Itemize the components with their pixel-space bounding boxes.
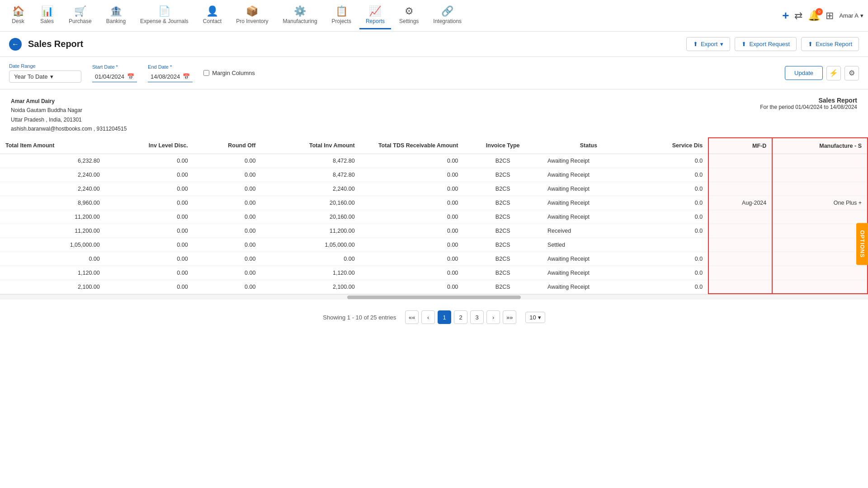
end-date-group: End Date * 14/08/2024 📅 [148, 64, 193, 82]
cell-status-3: Awaiting Receipt [542, 196, 635, 210]
cell-total-inv-7: 0.00 [261, 252, 360, 266]
cell-round-off-0: 0.00 [193, 154, 261, 168]
cell-svc-dis-1: 0.0 [635, 168, 709, 182]
page-2-button[interactable]: 2 [454, 310, 467, 324]
cell-mfr-s-8 [772, 266, 868, 280]
end-date-input[interactable]: 14/08/2024 📅 [148, 71, 193, 82]
report-period: For the period 01/04/2024 to 14/08/2024 [760, 104, 857, 110]
date-range-value: Year To Date [14, 73, 47, 80]
table-scrollbar[interactable] [0, 294, 868, 300]
cell-round-off-5: 0.00 [193, 224, 261, 238]
cell-total-inv-3: 20,160.00 [261, 196, 360, 210]
date-range-group: Date Range Year To Date ▾ [9, 63, 81, 83]
last-page-button[interactable]: »» [503, 310, 516, 324]
table-row: 2,240.00 0.00 0.00 8,472.80 0.00 B2CS Aw… [0, 168, 868, 182]
col-total-item-amount: Total Item Amount [0, 138, 105, 154]
export-request-label: Export Request [749, 41, 790, 47]
filter-icon[interactable]: ⚡ [826, 66, 841, 80]
scrollbar-thumb [347, 296, 521, 299]
cell-total-inv-2: 2,240.00 [261, 182, 360, 196]
cell-tds-7: 0.00 [360, 252, 464, 266]
cell-inv-disc-4: 0.00 [105, 210, 193, 224]
filter-actions: Update ⚡ ⚙ [785, 66, 859, 80]
prev-page-button[interactable]: ‹ [421, 310, 435, 324]
first-page-button[interactable]: «« [405, 310, 419, 324]
nav-item-sales[interactable]: 📊 Sales [33, 2, 61, 29]
export-request-button[interactable]: ⬆ Export Request [735, 37, 797, 51]
cell-tds-1: 0.00 [360, 168, 464, 182]
header-actions: ⬆ Export ▾ ⬆ Export Request ⬆ Excise Rep… [686, 37, 859, 51]
purchase-icon: 🛒 [74, 5, 86, 17]
report-header-right: Sales Report For the period 01/04/2024 t… [760, 97, 857, 134]
calendar-icon-start: 📅 [127, 73, 134, 80]
nav-label-contact: Contact [203, 18, 222, 24]
col-inv-level-disc: Inv Level Disc. [105, 138, 193, 154]
cell-mfr-s-0 [772, 154, 868, 168]
nav-item-pro-inventory[interactable]: 📦 Pro Inventory [230, 2, 274, 29]
update-button[interactable]: Update [785, 66, 823, 80]
margin-columns-checkbox[interactable] [203, 70, 209, 76]
cell-mfr-s-7 [772, 252, 868, 266]
nav-item-reports[interactable]: 📈 Reports [359, 2, 391, 29]
switch-icon[interactable]: ⇄ [794, 10, 802, 22]
cell-mfd-9 [708, 280, 772, 294]
cell-mfr-s-5 [772, 224, 868, 238]
cell-mfd-7 [708, 252, 772, 266]
settings-filter-icon[interactable]: ⚙ [844, 66, 859, 80]
cell-inv-disc-1: 0.00 [105, 168, 193, 182]
cell-status-4: Awaiting Receipt [542, 210, 635, 224]
cell-svc-dis-4: 0.0 [635, 210, 709, 224]
back-button[interactable]: ← [9, 38, 22, 51]
nav-item-purchase[interactable]: 🛒 Purchase [62, 2, 98, 29]
notification-icon[interactable]: 🔔 0 [808, 10, 820, 22]
table-row: 0.00 0.00 0.00 0.00 0.00 B2CS Awaiting R… [0, 252, 868, 266]
nav-item-manufacturing[interactable]: ⚙️ Manufacturing [277, 2, 324, 29]
page-3-button[interactable]: 3 [470, 310, 484, 324]
grid-icon[interactable]: ⊞ [826, 10, 834, 22]
manufacturing-icon: ⚙️ [294, 5, 306, 17]
page-1-button[interactable]: 1 [438, 310, 451, 324]
export-arrow-icon: ⬆ [693, 41, 698, 47]
export-button[interactable]: ⬆ Export ▾ [686, 37, 731, 51]
nav-item-expense[interactable]: 📄 Expense & Journals [134, 2, 195, 29]
nav-item-desk[interactable]: 🏠 Desk [5, 2, 32, 29]
col-manufacture-s: Manufacture - S [772, 138, 868, 154]
calendar-icon-end: 📅 [183, 73, 190, 80]
cell-total-item-0: 6,232.80 [0, 154, 105, 168]
add-button[interactable]: + [782, 9, 789, 23]
cell-tds-5: 0.00 [360, 224, 464, 238]
cell-mfr-s-1 [772, 168, 868, 182]
start-date-input[interactable]: 01/04/2024 📅 [92, 71, 137, 82]
nav-item-settings[interactable]: ⚙ Settings [393, 2, 425, 29]
excise-report-button[interactable]: ⬆ Excise Report [801, 37, 859, 51]
nav-item-banking[interactable]: 🏦 Banking [100, 2, 132, 29]
options-tab[interactable]: OPTIONS [856, 223, 868, 265]
col-tds: Total TDS Receivable Amount [360, 138, 464, 154]
cell-total-item-4: 11,200.00 [0, 210, 105, 224]
nav-item-contact[interactable]: 👤 Contact [197, 2, 228, 29]
per-page-selector[interactable]: 10 ▾ [525, 312, 545, 323]
user-menu[interactable]: Amar A ▾ [839, 12, 863, 19]
cell-total-inv-8: 1,120.00 [261, 266, 360, 280]
export-chevron-icon: ▾ [720, 41, 723, 47]
sales-icon: 📊 [41, 5, 53, 17]
cell-inv-disc-7: 0.00 [105, 252, 193, 266]
cell-inv-type-2: B2CS [463, 182, 542, 196]
next-page-button[interactable]: › [486, 310, 500, 324]
cell-svc-dis-8: 0.0 [635, 266, 709, 280]
cell-inv-disc-6: 0.00 [105, 238, 193, 252]
date-range-select[interactable]: Year To Date ▾ [9, 70, 81, 83]
end-date-label: End Date * [148, 64, 193, 70]
cell-mfd-0 [708, 154, 772, 168]
cell-svc-dis-5: 0.0 [635, 224, 709, 238]
user-chevron: ▾ [860, 12, 863, 19]
cell-status-6: Settled [542, 238, 635, 252]
col-status: Status [542, 138, 635, 154]
nav-item-integrations[interactable]: 🔗 Integrations [427, 2, 468, 29]
nav-item-projects[interactable]: 📋 Projects [326, 2, 358, 29]
sales-report-table: Total Item Amount Inv Level Disc. Round … [0, 137, 868, 295]
cell-inv-type-8: B2CS [463, 266, 542, 280]
nav-label-banking: Banking [106, 18, 126, 24]
start-date-value: 01/04/2024 [95, 73, 124, 80]
cell-inv-disc-3: 0.00 [105, 196, 193, 210]
